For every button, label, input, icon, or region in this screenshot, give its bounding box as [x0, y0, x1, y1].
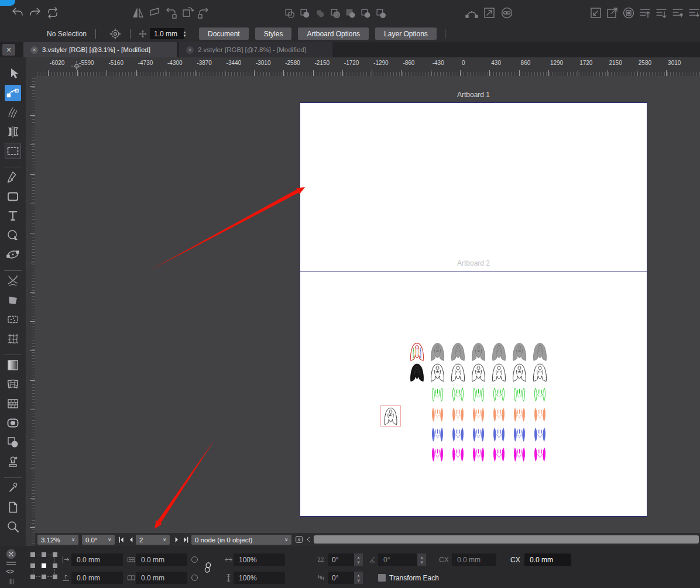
boolean-subtract-icon[interactable]: [298, 7, 311, 20]
canvas-viewport[interactable]: Artboard 1 Artboard 2: [35, 76, 700, 534]
glyph-object[interactable]: [471, 387, 486, 403]
document-button[interactable]: Document: [199, 27, 249, 40]
zoom-tool[interactable]: [5, 518, 21, 535]
glyph-object[interactable]: [532, 446, 548, 463]
repeat-icon[interactable]: [46, 6, 60, 20]
edit-in-place-icon[interactable]: [589, 6, 603, 20]
ref-point-left[interactable]: [30, 563, 35, 568]
glyph-object[interactable]: [491, 342, 507, 362]
link-dimensions-icon[interactable]: [201, 559, 214, 576]
ref-point-bottom-left[interactable]: [30, 575, 35, 579]
mirror-tool[interactable]: [5, 123, 21, 140]
select-tool[interactable]: [5, 66, 21, 82]
glyph-object[interactable]: [532, 387, 548, 403]
page-dropdown[interactable]: 2∨: [136, 535, 170, 545]
ref-point-top-left[interactable]: [30, 552, 35, 557]
horizontal-ruler[interactable]: -6020-5590-5160-4730-4300-3870-3440-3010…: [26, 57, 700, 76]
vertical-ruler[interactable]: 4730430038703440301025802150172012908604…: [26, 76, 35, 546]
scale-width-field[interactable]: 100%: [234, 553, 285, 566]
code-view-icon[interactable]: <>: [6, 567, 13, 576]
undo-icon[interactable]: [11, 6, 25, 20]
y-position-field[interactable]: 0.0 mm: [71, 572, 123, 584]
glyph-object[interactable]: [430, 427, 445, 443]
group-icon[interactable]: [622, 6, 636, 20]
glyph-object[interactable]: [430, 363, 445, 383]
mesh-cut-tool[interactable]: [5, 273, 21, 289]
marquee-tool[interactable]: [5, 143, 21, 159]
open-external-icon[interactable]: [605, 6, 619, 20]
reference-point-selector[interactable]: [30, 552, 57, 580]
rotation-field[interactable]: 0°∧∨: [378, 553, 426, 566]
previous-page-button[interactable]: [127, 535, 136, 544]
ref-point-bottom[interactable]: [42, 575, 46, 579]
rotate-ccw-icon[interactable]: [164, 6, 178, 20]
rectangle-tool[interactable]: [5, 188, 21, 205]
skew-horizontal-field[interactable]: 0°∧∨: [328, 553, 363, 566]
perspective-tool[interactable]: [5, 292, 21, 308]
nudge-distance-field[interactable]: 1.0 mm: [150, 28, 184, 39]
glyph-object[interactable]: [532, 427, 548, 443]
text-tool[interactable]: [5, 208, 21, 224]
redo-icon[interactable]: [28, 6, 42, 20]
selected-glyph[interactable]: [380, 405, 401, 427]
boolean-divide-icon[interactable]: [344, 7, 357, 20]
artboard-1[interactable]: [300, 102, 647, 271]
page-tool[interactable]: [5, 499, 21, 515]
perspective-grid-tool[interactable]: [5, 376, 21, 393]
boolean-intersect-icon[interactable]: [314, 7, 327, 20]
ref-point-top[interactable]: [42, 552, 46, 557]
rotation-dropdown[interactable]: 0.0°∨: [82, 535, 115, 545]
glyph-object[interactable]: [430, 387, 445, 403]
boolean-exclude-icon[interactable]: [329, 7, 342, 20]
height-field[interactable]: 0.0 mm: [136, 572, 187, 584]
scale-height-field[interactable]: 100%: [234, 572, 285, 584]
cx-field[interactable]: 0.0 mm: [524, 553, 571, 566]
glyph-object[interactable]: [430, 446, 445, 463]
rotation-stepper[interactable]: ∧∨: [417, 553, 426, 566]
transform-each-checkbox[interactable]: [378, 574, 386, 582]
glyph-object[interactable]: [491, 427, 507, 443]
pen-tool[interactable]: [5, 169, 21, 185]
glyph-object[interactable]: [512, 446, 527, 463]
glyph-object[interactable]: [512, 427, 527, 443]
glyph-object[interactable]: [512, 387, 527, 403]
glyph-object[interactable]: [491, 407, 507, 423]
close-panel-button[interactable]: [5, 548, 18, 561]
zoom-level-dropdown[interactable]: 3.12%∨: [37, 535, 78, 545]
nudge-stepper[interactable]: ▲▼: [181, 28, 188, 39]
grip-lines-icon[interactable]: [6, 577, 16, 586]
glyph-object[interactable]: [471, 363, 486, 383]
clone-stamp-tool[interactable]: [5, 453, 21, 470]
bend-curve-icon[interactable]: [465, 6, 479, 20]
glyph-object[interactable]: [512, 363, 527, 383]
fit-view-button[interactable]: [294, 535, 304, 544]
glyph-object[interactable]: [450, 342, 466, 362]
ellipse-node-tool[interactable]: [5, 246, 21, 263]
radio-circle-icon[interactable]: [190, 555, 200, 565]
round-button-tool[interactable]: [5, 415, 21, 431]
artboard-options-button[interactable]: Artboard Options: [298, 27, 369, 40]
glyph-object[interactable]: [450, 387, 466, 403]
scroll-left-button[interactable]: [305, 535, 313, 544]
x-position-field[interactable]: 0.0 mm: [71, 553, 123, 566]
ref-point-right[interactable]: [53, 563, 57, 568]
brick-pattern-tool[interactable]: [5, 396, 21, 412]
tab-close-icon[interactable]: ✕: [186, 46, 194, 54]
document-tab-1[interactable]: ✕3.vstyler [RGB] [@3.1%] - [Modified]: [23, 42, 177, 57]
glyph-object[interactable]: [512, 342, 527, 362]
fit-frame-icon[interactable]: [482, 6, 496, 20]
glyph-object[interactable]: [430, 342, 445, 362]
rotate-frame-icon[interactable]: [180, 6, 194, 20]
tab-close-icon[interactable]: ✕: [30, 46, 38, 54]
boolean-union-icon[interactable]: [283, 7, 296, 20]
styles-button[interactable]: Styles: [255, 27, 292, 40]
glyph-object[interactable]: [450, 427, 466, 443]
flip-horizontal-icon[interactable]: [131, 6, 145, 20]
gradient-tool[interactable]: [5, 357, 21, 373]
sketch-tool[interactable]: [5, 104, 21, 121]
shape-builder-tool[interactable]: [5, 434, 21, 451]
glyph-object[interactable]: [471, 342, 486, 362]
glyph-object[interactable]: [430, 407, 445, 423]
glyph-object[interactable]: [532, 407, 548, 423]
horizontal-scrollbar-thumb[interactable]: [314, 535, 699, 544]
